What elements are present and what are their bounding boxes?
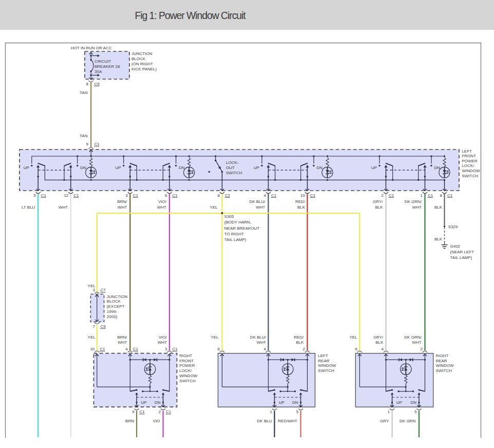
svg-text:1999-: 1999- [107, 309, 118, 314]
svg-text:CIRCUIT: CIRCUIT [94, 59, 111, 64]
svg-text:2: 2 [303, 347, 306, 351]
svg-text:UP: UP [24, 165, 29, 170]
svg-text:POWER: POWER [179, 363, 195, 368]
svg-text:7: 7 [93, 324, 96, 329]
svg-text:SWITCH: SWITCH [179, 379, 196, 383]
svg-text:UP: UP [279, 400, 284, 405]
svg-text:WINDOW: WINDOW [435, 363, 454, 368]
svg-text:Fig 1: Power Window Circuit: Fig 1: Power Window Circuit [135, 10, 246, 21]
svg-text:(EXCEPT: (EXCEPT [107, 304, 125, 309]
svg-text:6: 6 [355, 347, 357, 351]
svg-text:WHT: WHT [412, 340, 421, 345]
svg-text:C1: C1 [389, 193, 394, 198]
svg-text:LT BLU: LT BLU [22, 205, 35, 210]
svg-text:WHT: WHT [118, 205, 127, 210]
svg-text:C9: C9 [101, 324, 106, 329]
svg-text:DN: DN [179, 165, 185, 170]
svg-text:30A: 30A [94, 69, 102, 74]
svg-text:BLK: BLK [296, 340, 304, 345]
svg-text:6: 6 [218, 347, 220, 351]
svg-text:TAN: TAN [80, 90, 88, 95]
svg-text:C1: C1 [133, 347, 139, 351]
svg-text:YEL: YEL [88, 335, 96, 340]
svg-text:(NEAR LEFT: (NEAR LEFT [450, 250, 474, 254]
svg-text:BRN/: BRN/ [117, 335, 127, 340]
svg-text:WHT: WHT [158, 340, 167, 345]
svg-text:3: 3 [93, 288, 96, 292]
svg-text:(ON RIGHT: (ON RIGHT [131, 62, 153, 66]
svg-text:C1: C1 [133, 193, 139, 198]
svg-text:4: 4 [264, 193, 267, 198]
svg-text:3: 3 [125, 193, 128, 198]
svg-text:C1: C1 [166, 409, 172, 414]
svg-text:SWITCH: SWITCH [318, 368, 334, 373]
svg-text:G402: G402 [450, 244, 461, 249]
svg-text:2: 2 [421, 347, 423, 351]
svg-text:LEFT: LEFT [462, 149, 472, 154]
svg-text:10: 10 [300, 193, 305, 198]
svg-text:BLK: BLK [375, 205, 383, 210]
svg-text:WINDOW: WINDOW [462, 169, 480, 173]
svg-text:VIO/: VIO/ [159, 335, 167, 340]
svg-text:TAIL LAMP): TAIL LAMP) [224, 237, 246, 242]
svg-text:DN: DN [434, 165, 441, 170]
svg-text:C1: C1 [447, 193, 453, 198]
svg-text:WHT: WHT [118, 340, 127, 345]
svg-text:5: 5 [414, 409, 417, 414]
svg-text:VIO/: VIO/ [158, 199, 167, 204]
svg-text:DK GRN: DK GRN [400, 419, 415, 423]
svg-text:RED/: RED/ [294, 335, 304, 340]
svg-text:8: 8 [440, 193, 443, 198]
svg-text:9: 9 [132, 409, 135, 414]
svg-text:DK GRN/: DK GRN/ [405, 199, 422, 204]
svg-text:BRN/: BRN/ [117, 199, 127, 204]
svg-text:UP: UP [116, 165, 121, 170]
svg-text:S329: S329 [448, 225, 458, 229]
svg-text:FRONT: FRONT [462, 154, 476, 158]
svg-text:UP: UP [254, 165, 259, 170]
svg-text:SWITCH: SWITCH [435, 368, 452, 373]
svg-text:BLK: BLK [434, 205, 443, 210]
svg-text:WINDOW: WINDOW [179, 374, 198, 378]
svg-text:C1: C1 [140, 409, 145, 414]
svg-text:SWITCH: SWITCH [462, 174, 478, 178]
svg-text:BLK: BLK [375, 340, 384, 345]
svg-text:GRY/: GRY/ [373, 335, 384, 340]
svg-text:DN: DN [155, 400, 161, 405]
svg-text:GRY/: GRY/ [373, 199, 383, 204]
svg-text:POWER: POWER [462, 159, 477, 163]
svg-text:1: 1 [388, 409, 390, 414]
svg-text:VIO: VIO [153, 419, 160, 423]
svg-text:RED/WHT: RED/WHT [278, 419, 297, 423]
svg-text:1: 1 [270, 409, 273, 414]
svg-text:WHT: WHT [157, 205, 166, 210]
svg-text:2: 2 [382, 193, 384, 198]
svg-text:BLOCK: BLOCK [131, 57, 146, 61]
svg-text:KICK PANEL): KICK PANEL) [131, 67, 157, 71]
svg-text:UP: UP [141, 400, 146, 405]
svg-text:DK BLU: DK BLU [257, 419, 272, 423]
svg-text:C1: C1 [100, 347, 105, 351]
svg-text:C1: C1 [173, 193, 178, 198]
svg-text:WHT: WHT [257, 340, 266, 345]
svg-text:BLOCK: BLOCK [107, 299, 121, 304]
svg-text:LOCK-: LOCK- [226, 160, 239, 165]
svg-text:WHT: WHT [256, 205, 265, 210]
svg-text:NEAR BREAKOUT: NEAR BREAKOUT [224, 226, 260, 231]
svg-text:12: 12 [64, 193, 68, 198]
svg-text:C5: C5 [94, 82, 100, 86]
svg-text:LOCK/: LOCK/ [179, 368, 192, 373]
svg-text:1: 1 [421, 193, 423, 198]
svg-text:C7: C7 [101, 288, 106, 292]
svg-text:DN: DN [292, 400, 298, 405]
svg-text:UP: UP [371, 165, 377, 170]
svg-text:DK BLU/: DK BLU/ [249, 199, 265, 204]
svg-text:WHT: WHT [412, 205, 422, 210]
svg-text:2000): 2000) [107, 314, 118, 319]
svg-text:RIGHT: RIGHT [179, 353, 192, 358]
svg-text:FRONT: FRONT [179, 359, 194, 363]
svg-text:DN: DN [80, 165, 86, 170]
svg-text:BLK: BLK [434, 237, 443, 241]
svg-text:YEL: YEL [211, 335, 219, 340]
svg-text:WINDOW: WINDOW [318, 363, 336, 368]
